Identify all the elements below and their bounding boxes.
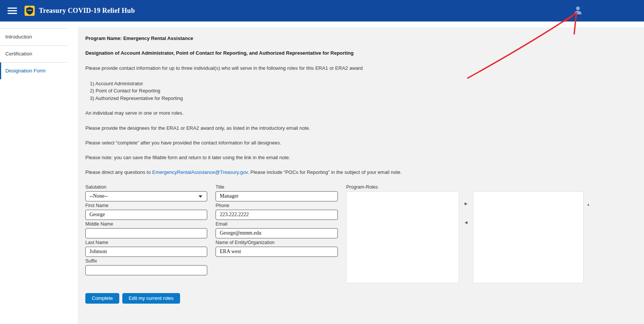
suffix-label: Suffix	[85, 258, 207, 264]
app-header: Treasury COVID-19 Relief Hub	[0, 0, 644, 21]
complete-button[interactable]: Complete	[85, 293, 119, 304]
program-roles-label: Program-Roles	[346, 184, 635, 190]
phone-label: Phone	[216, 203, 338, 209]
program-name-text: Program Name: Emergency Rental Assistanc…	[85, 35, 635, 41]
salutation-select[interactable]: --None--	[85, 191, 207, 201]
roles-list: 1) Account Administrator 2) Point of Con…	[85, 80, 635, 102]
sidebar-item-introduction[interactable]: Introduction	[0, 28, 68, 45]
edit-roles-button[interactable]: Edit my current roles	[122, 293, 180, 304]
middle-name-label: Middle Name	[85, 221, 207, 227]
contact-text-after: . Please include “POCs for Reporting” in…	[248, 169, 402, 175]
title-input[interactable]	[216, 191, 338, 201]
instruction-text: An individual may serve in one or more r…	[85, 110, 635, 116]
treasury-logo-icon	[25, 6, 35, 16]
email-label: Email	[216, 221, 338, 227]
contact-text-before: Please direct any questions to	[85, 169, 152, 175]
sidebar-item-certification[interactable]: Certification	[0, 45, 68, 62]
instruction-text: Please select “complete” after you have …	[85, 140, 635, 146]
last-name-input[interactable]	[85, 247, 207, 257]
last-name-label: Last Name	[85, 240, 207, 246]
menu-button[interactable]	[6, 6, 18, 15]
designation-form: Salutation --None-- First Name Middle Na…	[85, 184, 635, 283]
title-label: Title	[216, 184, 338, 190]
page: Treasury COVID-19 Relief Hub Introductio…	[0, 0, 644, 324]
instruction-text: Please note: you can save the fillable f…	[85, 155, 635, 161]
designation-form-panel: Program Name: Emergency Rental Assistanc…	[78, 27, 644, 324]
email-input[interactable]	[216, 228, 338, 238]
available-roles-listbox[interactable]	[346, 191, 459, 283]
selected-roles-listbox[interactable]	[473, 191, 584, 283]
intro-text: Please provide contact information for u…	[85, 65, 635, 71]
reorder-up-icon[interactable]: ▴	[587, 202, 590, 207]
roles-list-item: 2) Point of Contact for Reporting	[90, 87, 635, 95]
salutation-label: Salutation	[85, 184, 207, 190]
salutation-selected-value: --None--	[89, 193, 108, 199]
contact-text: Please direct any questions to Emergency…	[85, 169, 635, 175]
program-roles-dual-listbox: ▶ ◀ ▴	[346, 191, 635, 283]
move-right-icon[interactable]: ▶	[464, 201, 468, 206]
user-menu-button[interactable]	[573, 5, 583, 16]
sidebar-nav: Introduction Certification Designation F…	[0, 21, 78, 324]
app-title: Treasury COVID-19 Relief Hub	[39, 7, 135, 15]
form-heading: Designation of Account Administrator, Po…	[85, 50, 635, 56]
email-link[interactable]: EmergencyRentalAssistance@Treasury.gov	[152, 169, 248, 175]
entity-label: Name of Entity/Organization	[216, 240, 338, 246]
chevron-down-icon	[199, 195, 202, 198]
first-name-input[interactable]	[85, 210, 207, 220]
move-left-icon[interactable]: ◀	[464, 220, 468, 225]
hamburger-icon	[8, 8, 17, 14]
first-name-label: First Name	[85, 203, 207, 209]
middle-name-input[interactable]	[85, 228, 207, 238]
roles-list-item: 3) Authorized Representative for Reporti…	[90, 95, 635, 102]
instruction-text: Please provide the designees for the ERA…	[85, 125, 635, 131]
entity-input[interactable]	[216, 247, 338, 257]
user-avatar-icon	[573, 11, 583, 16]
sidebar-item-designation-form[interactable]: Designation Form	[0, 62, 68, 79]
suffix-input[interactable]	[85, 265, 207, 275]
phone-input[interactable]	[216, 210, 338, 220]
roles-list-item: 1) Account Administrator	[90, 80, 635, 88]
